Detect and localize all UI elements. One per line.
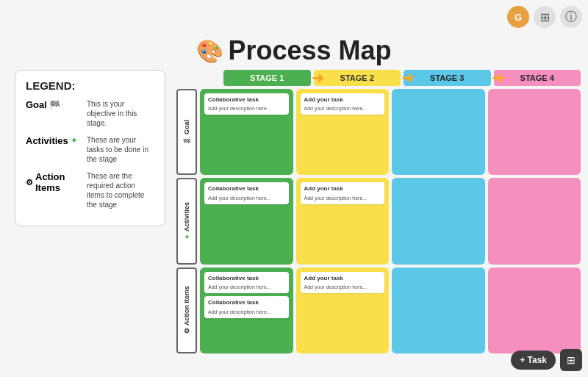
legend-action-desc: These are the required action items to c…: [87, 171, 154, 209]
grid-body: 🏁 Goal ✦ Activities ⚙ Action Items: [176, 89, 581, 353]
avatar[interactable]: G: [507, 6, 529, 28]
stage-1-header: STAGE 1 ➜: [223, 70, 311, 86]
info-icon[interactable]: ⓘ: [560, 6, 582, 28]
arrow-2: ➜: [401, 69, 414, 87]
activities-row-label: ✦ Activities: [176, 178, 197, 264]
cell-action-3[interactable]: [392, 268, 485, 353]
goal-row-label: 🏁 Goal: [176, 89, 197, 175]
cell-activities-3[interactable]: [392, 178, 485, 264]
arrow-3: ➜: [492, 69, 504, 87]
stage-3-header: STAGE 3 ➜: [404, 70, 491, 86]
cell-goal-2[interactable]: Add your task Add your description here.…: [296, 89, 390, 175]
card-action-2a: Add your task Add your description here.…: [301, 272, 385, 293]
legend-action-label: ⚙Action Items: [26, 171, 81, 193]
cell-activities-1[interactable]: Collaborative task Add your description …: [200, 178, 293, 264]
view-toggle-icon[interactable]: ⊞: [534, 6, 556, 28]
cell-action-4[interactable]: [488, 268, 581, 353]
page-title: 🎨 Process Map: [0, 35, 588, 66]
legend-item-goal: Goal🏁 This is your objective in this sta…: [26, 99, 154, 128]
action-items-row: Collaborative task Add your description …: [200, 268, 581, 353]
add-task-button[interactable]: + Task: [511, 351, 556, 370]
cell-action-1[interactable]: Collaborative task Add your description …: [200, 268, 293, 353]
cell-goal-3[interactable]: [392, 89, 485, 175]
stages-header: STAGE 1 ➜ STAGE 2 ➜ STAGE 3 ➜ STAGE 4: [200, 70, 581, 86]
arrow-1: ➜: [312, 69, 324, 87]
row-labels-column: 🏁 Goal ✦ Activities ⚙ Action Items: [176, 89, 197, 353]
card-goal-2: Add your task Add your description here.…: [301, 93, 385, 115]
title-emoji: 🎨: [196, 38, 223, 64]
goal-row: Collaborative task Add your description …: [200, 89, 581, 175]
stage-2-header: STAGE 2 ➜: [314, 70, 401, 86]
legend-item-action-items: ⚙Action Items These are the required act…: [26, 171, 154, 209]
grid-view-button[interactable]: ⊞: [560, 349, 582, 371]
activities-row: Collaborative task Add your description …: [200, 178, 581, 264]
legend-goal-label: Goal🏁: [26, 99, 81, 110]
process-map: STAGE 1 ➜ STAGE 2 ➜ STAGE 3 ➜ STAGE 4 🏁 …: [176, 70, 581, 344]
card-activities-1: Collaborative task Add your description …: [204, 182, 289, 204]
grid-icon: ⊞: [567, 354, 576, 366]
legend-activities-label: Activities✦: [26, 135, 81, 146]
top-bar: G ⊞ ⓘ: [507, 6, 582, 28]
cell-goal-4[interactable]: [488, 89, 581, 175]
card-action-1b: Collaborative task Add your description …: [204, 296, 289, 317]
legend-activities-desc: These are your tasks to be done in the s…: [87, 135, 154, 164]
action-items-row-label: ⚙ Action Items: [176, 268, 197, 353]
card-activities-2: Add your task Add your description here.…: [301, 182, 385, 204]
card-action-1a: Collaborative task Add your description …: [204, 272, 289, 293]
legend-title: LEGEND:: [26, 79, 154, 92]
cell-activities-4[interactable]: [488, 178, 581, 264]
stage-4-header: STAGE 4: [494, 70, 581, 86]
cell-action-2[interactable]: Add your task Add your description here.…: [296, 268, 390, 353]
cell-goal-1[interactable]: Collaborative task Add your description …: [200, 89, 293, 175]
legend-goal-desc: This is your objective in this stage.: [87, 99, 154, 128]
grid-rows: Collaborative task Add your description …: [200, 89, 581, 353]
card-goal-1: Collaborative task Add your description …: [204, 93, 289, 115]
cell-activities-2[interactable]: Add your task Add your description here.…: [296, 178, 390, 264]
bottom-bar: + Task ⊞: [511, 349, 582, 371]
legend-box: LEGEND: Goal🏁 This is your objective in …: [15, 70, 165, 226]
legend-item-activities: Activities✦ These are your tasks to be d…: [26, 135, 154, 164]
